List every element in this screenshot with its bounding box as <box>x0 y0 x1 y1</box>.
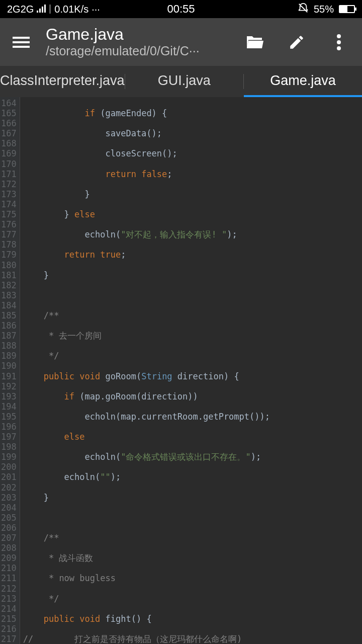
more-dots: ··· <box>92 4 100 15</box>
status-bar: 2G2G 0.01K/s ··· 00:55 55% <box>0 0 362 18</box>
app-bar: Game.java /storage/emulated/0/Git/C··· <box>0 18 362 66</box>
svg-point-1 <box>337 40 341 44</box>
edit-button[interactable] <box>288 33 306 51</box>
clock: 00:55 <box>167 3 195 16</box>
battery-percent: 55% <box>314 4 334 15</box>
signal-icon <box>37 4 46 15</box>
overflow-menu-button[interactable] <box>330 33 348 51</box>
file-title: Game.java <box>46 26 245 43</box>
data-speed: 0.01K/s <box>54 4 88 15</box>
menu-button[interactable] <box>13 34 30 50</box>
code-editor[interactable]: 1641651661671681691701711721731741751761… <box>0 97 362 644</box>
file-path: /storage/emulated/0/Git/C··· <box>46 44 245 58</box>
svg-point-0 <box>337 34 341 38</box>
tab-classinterpreter[interactable]: ClassInterpreter.java <box>0 66 125 97</box>
code-area[interactable]: if (gameEnded) { saveData(); closeScreen… <box>20 97 362 644</box>
svg-point-2 <box>337 46 341 50</box>
battery-icon <box>339 5 355 13</box>
tab-gui[interactable]: GUI.java <box>125 66 243 97</box>
network-type: 2G2G <box>7 4 34 15</box>
title-group[interactable]: Game.java /storage/emulated/0/Git/C··· <box>46 26 245 58</box>
tab-game[interactable]: Game.java <box>244 66 362 97</box>
alarm-off-icon <box>298 3 309 16</box>
line-gutter: 1641651661671681691701711721731741751761… <box>0 97 20 644</box>
folder-open-button[interactable] <box>245 33 263 51</box>
tab-bar: ClassInterpreter.java GUI.java Game.java <box>0 66 362 97</box>
